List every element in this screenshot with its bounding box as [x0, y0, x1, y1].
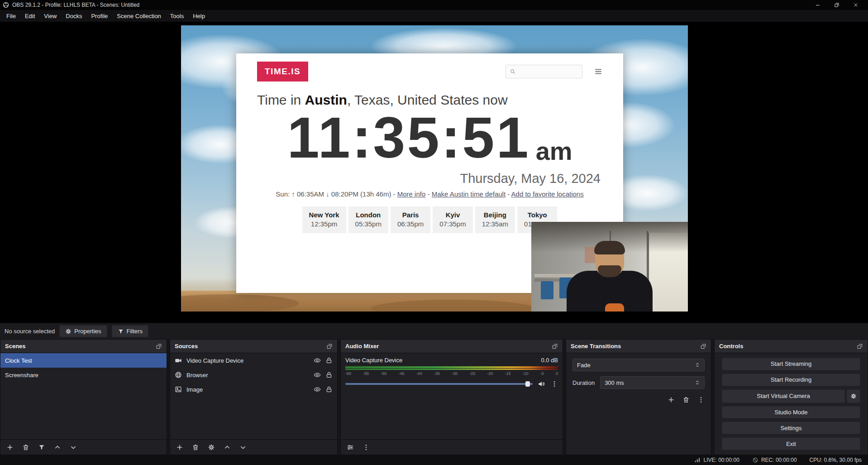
city-box: London05:35pm [348, 206, 388, 233]
make-default-link: Make Austin time default [432, 190, 506, 198]
orange-object [605, 303, 624, 312]
speaker-icon[interactable] [538, 380, 546, 388]
transitions-dock-header: Scene Transitions [566, 340, 711, 353]
gear-icon [65, 328, 72, 335]
move-source-down-icon[interactable] [239, 444, 247, 451]
scene-item-clock-test[interactable]: Clock Test [0, 353, 167, 368]
properties-button[interactable]: Properties [59, 325, 107, 337]
controls-body: Start Streaming Start Recording Start Vi… [715, 353, 868, 455]
exit-button[interactable]: Exit [722, 437, 860, 450]
city-box: Kyiv07:35pm [433, 206, 472, 233]
add-transition-icon[interactable] [668, 396, 675, 403]
source-item-image[interactable]: Image [170, 382, 337, 397]
transition-actions [572, 396, 705, 403]
menu-profile[interactable]: Profile [86, 11, 112, 21]
source-item-browser[interactable]: Browser [170, 368, 337, 382]
preview-area[interactable]: TIME.IS Time in Austin, Texas, United St… [0, 22, 868, 323]
menu-tools[interactable]: Tools [166, 11, 188, 21]
source-label: Image [186, 386, 309, 393]
person-head [595, 243, 624, 276]
source-label: Browser [186, 372, 309, 379]
popout-icon[interactable] [156, 343, 162, 350]
source-properties-icon[interactable] [208, 444, 215, 451]
transition-select[interactable]: Fade [572, 359, 705, 371]
start-recording-button[interactable]: Start Recording [722, 374, 860, 386]
remove-transition-icon[interactable] [682, 396, 690, 403]
popout-icon[interactable] [552, 343, 558, 350]
mixer-channel-name: Video Capture Device [345, 357, 402, 364]
studio-mode-button[interactable]: Studio Mode [722, 406, 860, 419]
start-streaming-button[interactable]: Start Streaming [722, 358, 860, 370]
scenes-dock: Scenes Clock Test Screenshare [0, 339, 167, 455]
scene-item-screenshare[interactable]: Screenshare [0, 368, 167, 382]
menu-file[interactable]: File [2, 11, 20, 21]
start-virtual-camera-button[interactable]: Start Virtual Camera [722, 389, 845, 403]
source-label: Video Capture Device [186, 357, 309, 364]
eye-icon[interactable] [314, 386, 321, 393]
source-item-video-capture[interactable]: Video Capture Device [170, 353, 337, 368]
menu-help[interactable]: Help [188, 11, 210, 21]
window-title: OBS 29.1.2 - Profile: LLHLS BETA - Scene… [12, 2, 139, 8]
add-scene-icon[interactable] [6, 444, 14, 451]
menu-edit[interactable]: Edit [20, 11, 39, 21]
spinner-arrows-icon[interactable] [695, 380, 700, 385]
virtual-camera-config-button[interactable] [847, 389, 860, 403]
mixer-menu-dots-icon[interactable] [362, 444, 370, 451]
timeis-header: TIME.IS [257, 62, 602, 81]
popout-icon[interactable] [700, 343, 706, 350]
close-button[interactable] [846, 0, 865, 10]
lock-icon[interactable] [325, 371, 333, 379]
filter-icon [118, 328, 124, 335]
controls-dock-header: Controls [715, 340, 868, 353]
volume-slider-row [345, 380, 558, 388]
scenes-dock-title: Scenes [5, 343, 26, 350]
move-scene-down-icon[interactable] [70, 444, 77, 451]
timeis-sun-line: Sun: ↑ 06:35AM ↓ 08:20PM (13h 46m) - Mor… [257, 190, 602, 198]
city-box: Paris06:35pm [391, 206, 430, 233]
sources-dock-title: Sources [175, 343, 198, 350]
eye-icon[interactable] [314, 371, 321, 379]
cpu-fps-text: CPU: 0.6%, 30.00 fps [810, 457, 862, 463]
menu-view[interactable]: View [39, 11, 61, 21]
minimize-icon [815, 2, 820, 8]
add-source-icon[interactable] [176, 444, 183, 451]
office-chair [541, 281, 553, 299]
filters-button[interactable]: Filters [112, 325, 148, 337]
eye-icon[interactable] [314, 357, 321, 364]
sources-dock-header: Sources [170, 340, 337, 353]
duration-label: Duration [572, 379, 595, 386]
move-source-up-icon[interactable] [224, 444, 231, 451]
audio-mixer-dock: Audio Mixer Video Capture Device 0.0 dB … [340, 339, 563, 455]
transitions-body: Fade Duration 300 ms [566, 353, 711, 455]
lock-icon[interactable] [325, 386, 333, 393]
rec-time: REC: 00:00:00 [761, 457, 797, 463]
volume-slider-handle[interactable] [525, 381, 530, 387]
menu-scene-collection[interactable]: Scene Collection [112, 11, 166, 21]
move-scene-up-icon[interactable] [54, 444, 61, 451]
minimize-button[interactable] [808, 0, 827, 10]
scene-canvas[interactable]: TIME.IS Time in Austin, Texas, United St… [181, 25, 688, 312]
more-info-link: More info [397, 190, 426, 198]
transition-menu-dots-icon[interactable] [697, 396, 705, 403]
person-hair [594, 241, 625, 254]
advanced-audio-icon[interactable] [347, 444, 354, 451]
lock-icon[interactable] [325, 357, 333, 364]
popout-icon[interactable] [857, 343, 863, 350]
sources-toolbar [170, 439, 337, 455]
dune [181, 294, 299, 312]
remove-scene-icon[interactable] [22, 444, 29, 451]
remove-source-icon[interactable] [192, 444, 199, 451]
controls-dock: Controls Start Streaming Start Recording… [714, 339, 868, 455]
popout-icon[interactable] [326, 343, 333, 350]
menu-docks[interactable]: Docks [61, 11, 86, 21]
rec-inactive-icon [752, 457, 758, 463]
scene-filters-icon[interactable] [38, 444, 45, 451]
volume-slider[interactable] [345, 383, 533, 385]
duration-spinbox[interactable]: 300 ms [600, 376, 705, 389]
channel-menu-dots-icon[interactable] [551, 380, 558, 388]
restore-button[interactable] [827, 0, 846, 10]
chevron-updown-icon [695, 362, 700, 368]
settings-button[interactable]: Settings [722, 422, 860, 434]
volume-meter-right [345, 369, 558, 370]
timeis-meridiem: am [536, 139, 572, 167]
